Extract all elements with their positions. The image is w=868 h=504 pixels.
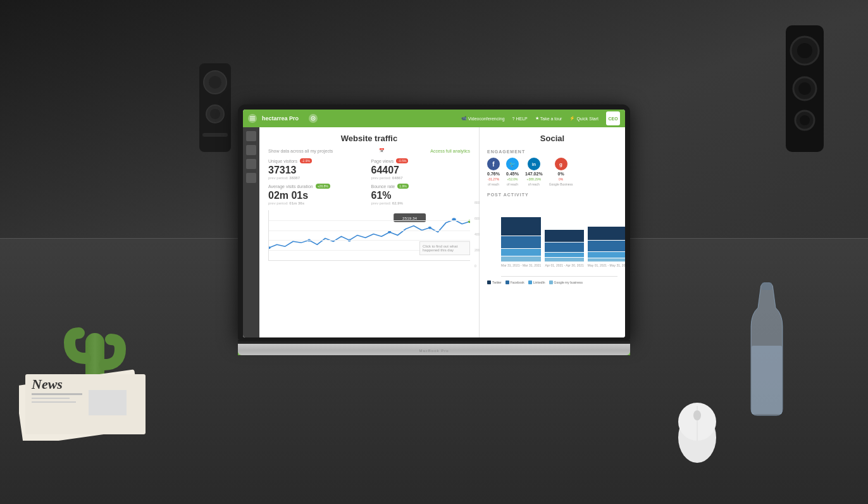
bar-seg-2-1 bbox=[545, 230, 583, 242]
bar-seg-2-2 bbox=[545, 243, 583, 252]
social-item-facebook: f 0.76% -31.27% of reach bbox=[487, 158, 500, 186]
calendar-icon[interactable]: 📅 bbox=[379, 148, 385, 153]
metric-prev-duration: prev period: 01m 36s bbox=[268, 201, 368, 205]
gm-value: 0% bbox=[557, 172, 564, 176]
traffic-panel: Website traffic Show data across all my … bbox=[259, 127, 480, 337]
metric-value-duration: 02m 01s bbox=[268, 190, 368, 201]
legend-dot-google bbox=[549, 280, 553, 284]
social-item-twitter: 🐦 0.45% +52.0% of reach bbox=[506, 158, 519, 186]
social-item-linkedin: in 147.02% +388.29% of reach bbox=[525, 158, 543, 186]
svg-rect-30 bbox=[250, 117, 255, 117]
svg-rect-16 bbox=[89, 390, 127, 415]
svg-point-25 bbox=[800, 115, 810, 125]
y-axis-labels: 800 600 400 200 0 bbox=[474, 201, 480, 268]
legend-label-twitter: Twitter bbox=[492, 280, 502, 284]
bar-seg-1-3 bbox=[501, 249, 541, 256]
laptop-screen: hectarrea Pro 📹 Videoconferencing ? HELP bbox=[243, 110, 625, 337]
bar-seg-3-1 bbox=[588, 227, 625, 240]
y-label-800: 800 bbox=[474, 201, 480, 205]
bar-label-1: Mar 31, 2021 - Mar 31, 2021 bbox=[501, 263, 541, 267]
metric-badge-pageviews: -0.5% bbox=[396, 158, 408, 163]
metric-bounce-rate: Bounce rate 1.9% 61% prev period: 62.9% bbox=[371, 184, 471, 205]
li-change: +388.29% bbox=[526, 177, 541, 181]
legend-dot-twitter bbox=[487, 280, 491, 284]
legend-facebook: Facebook bbox=[505, 280, 524, 284]
metric-value-pageviews: 64407 bbox=[371, 165, 471, 176]
bar-label-2: Apr 01, 2021 - Apr 30, 2021 bbox=[545, 263, 583, 267]
social-panel: Social ENGAGEMENT f 0.76% -31.27% of rea… bbox=[480, 127, 625, 337]
li-label: of reach bbox=[528, 182, 540, 186]
metric-prev-visitors: prev period: 38387 bbox=[268, 176, 368, 180]
svg-point-2 bbox=[209, 76, 221, 89]
svg-point-23 bbox=[798, 82, 811, 95]
nav-videoconferencing[interactable]: 📹 Videoconferencing bbox=[461, 116, 505, 121]
tour-icon: ★ bbox=[535, 116, 539, 121]
svg-rect-15 bbox=[32, 401, 76, 403]
fb-value: 0.76% bbox=[487, 172, 500, 176]
y-label-400: 400 bbox=[474, 232, 480, 236]
star-icon: ⚡ bbox=[569, 116, 575, 121]
svg-point-21 bbox=[797, 43, 812, 58]
nav-tour[interactable]: ★ Take a tour bbox=[535, 116, 562, 121]
twitter-icon[interactable]: 🐦 bbox=[506, 158, 519, 170]
panel-toolbar: Show data across all my projects 📅 Acces… bbox=[268, 148, 470, 153]
user-avatar[interactable]: CEO bbox=[606, 111, 620, 125]
metric-value-visitors: 37313 bbox=[268, 165, 368, 176]
gm-label: Google Business bbox=[549, 182, 573, 186]
mouse bbox=[672, 396, 722, 466]
nav-help[interactable]: ? HELP bbox=[512, 117, 528, 121]
metric-page-views: Page views -0.5% 64407 prev period: 6486… bbox=[371, 158, 471, 180]
metric-avg-duration: Average visits duration +26.8% 02m 01s p… bbox=[268, 184, 368, 205]
app-sidebar bbox=[243, 127, 259, 337]
tw-change: +52.0% bbox=[507, 177, 518, 181]
bar-chart: Mar 31, 2021 - Mar 31, 2021 bbox=[501, 201, 617, 277]
sidebar-icon-2[interactable] bbox=[246, 145, 256, 155]
sidebar-icon-4[interactable] bbox=[246, 173, 256, 183]
svg-text:News: News bbox=[31, 376, 63, 392]
tw-value: 0.45% bbox=[506, 172, 519, 176]
help-icon: ? bbox=[512, 117, 515, 121]
metric-label-pageviews: Page views -0.5% bbox=[371, 158, 471, 163]
laptop-base bbox=[238, 344, 630, 355]
metric-label-bounce: Bounce rate 1.9% bbox=[371, 184, 471, 189]
metric-unique-visitors: Unique visitors -2.9% 37313 prev period:… bbox=[268, 158, 368, 180]
metric-prev-bounce: prev period: 62.9% bbox=[371, 201, 471, 205]
svg-rect-13 bbox=[32, 393, 82, 395]
sidebar-icon-3[interactable] bbox=[246, 159, 256, 169]
legend-dot-linkedin bbox=[528, 280, 532, 284]
facebook-icon[interactable]: f bbox=[487, 158, 500, 170]
google-icon[interactable]: g bbox=[555, 158, 567, 170]
fb-change: -31.27% bbox=[488, 177, 500, 181]
bar-seg-3-3 bbox=[588, 252, 625, 258]
toolbar-left-text: Show data across all my projects bbox=[268, 149, 333, 153]
bar-stack-1 bbox=[501, 217, 541, 261]
bar-seg-2-3 bbox=[545, 253, 583, 258]
hamburger-icon[interactable] bbox=[248, 114, 257, 123]
y-label-600: 600 bbox=[474, 217, 480, 220]
bar-seg-1-2 bbox=[501, 236, 541, 248]
metric-badge-bounce: 1.9% bbox=[397, 184, 408, 189]
nav-quickstart[interactable]: ⚡ Quick Start bbox=[569, 116, 598, 121]
bar-seg-1-1 bbox=[501, 217, 541, 236]
app-panels: Website traffic Show data across all my … bbox=[259, 127, 625, 337]
newspaper: News bbox=[19, 365, 146, 441]
metric-label-visitors: Unique visitors -2.9% bbox=[268, 158, 368, 163]
bar-group-3: May 01, 2021 - May 31, 2021 bbox=[588, 227, 625, 267]
engagement-section: ENGAGEMENT f 0.76% -31.27% of reach bbox=[487, 149, 617, 186]
svg-rect-17 bbox=[752, 346, 782, 414]
linkedin-icon[interactable]: in bbox=[528, 158, 540, 170]
bar-group-1: Mar 31, 2021 - Mar 31, 2021 bbox=[501, 217, 541, 267]
notification-icon[interactable] bbox=[309, 114, 318, 123]
legend-label-linkedin: LinkedIn bbox=[533, 280, 545, 284]
bar-seg-2-4 bbox=[545, 258, 583, 261]
svg-rect-5 bbox=[202, 133, 228, 137]
sidebar-icon-1[interactable] bbox=[246, 131, 256, 141]
analytics-link[interactable]: Access full analytics bbox=[430, 149, 470, 153]
svg-rect-14 bbox=[32, 398, 70, 399]
gm-change: 0% bbox=[559, 177, 563, 181]
app-content: Website traffic Show data across all my … bbox=[243, 127, 625, 337]
svg-point-34 bbox=[313, 118, 314, 119]
svg-rect-32 bbox=[250, 120, 255, 120]
legend-label-google: Google my business bbox=[554, 280, 583, 284]
legend-label-facebook: Facebook bbox=[511, 280, 524, 284]
